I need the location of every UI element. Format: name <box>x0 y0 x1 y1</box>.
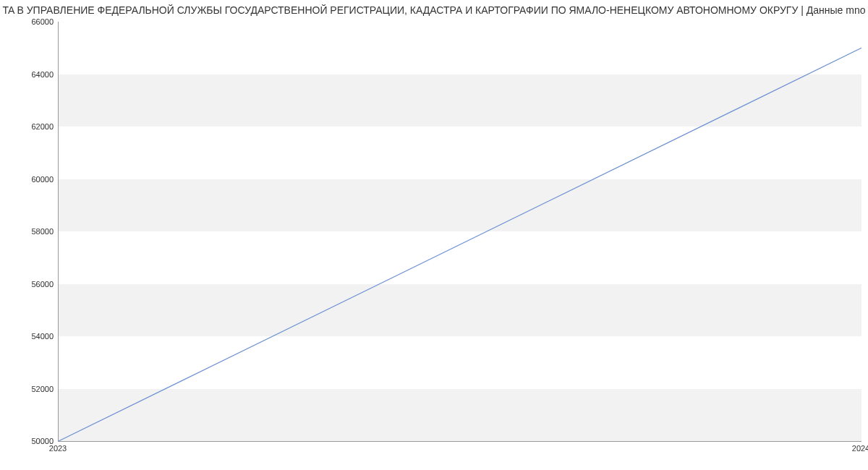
y-tick-label: 66000 <box>10 17 54 26</box>
y-tick-label: 52000 <box>10 385 54 393</box>
x-tick-label: 2024 <box>852 444 868 453</box>
y-tick-label: 64000 <box>10 70 54 79</box>
y-tick-label: 58000 <box>10 227 54 236</box>
y-tick-label: 50000 <box>10 437 54 445</box>
y-tick-label: 62000 <box>10 122 54 131</box>
line-series <box>59 22 861 441</box>
series-line <box>59 48 861 441</box>
chart-container: TA В УПРАВЛЕНИЕ ФЕДЕРАЛЬНОЙ СЛУЖБЫ ГОСУД… <box>0 0 868 470</box>
plot-area <box>58 22 861 442</box>
y-tick-label: 54000 <box>10 332 54 341</box>
chart-title: TA В УПРАВЛЕНИЕ ФЕДЕРАЛЬНОЙ СЛУЖБЫ ГОСУД… <box>0 4 868 16</box>
x-tick-label: 2023 <box>49 444 67 453</box>
y-tick-label: 60000 <box>10 175 54 184</box>
y-tick-label: 56000 <box>10 280 54 289</box>
